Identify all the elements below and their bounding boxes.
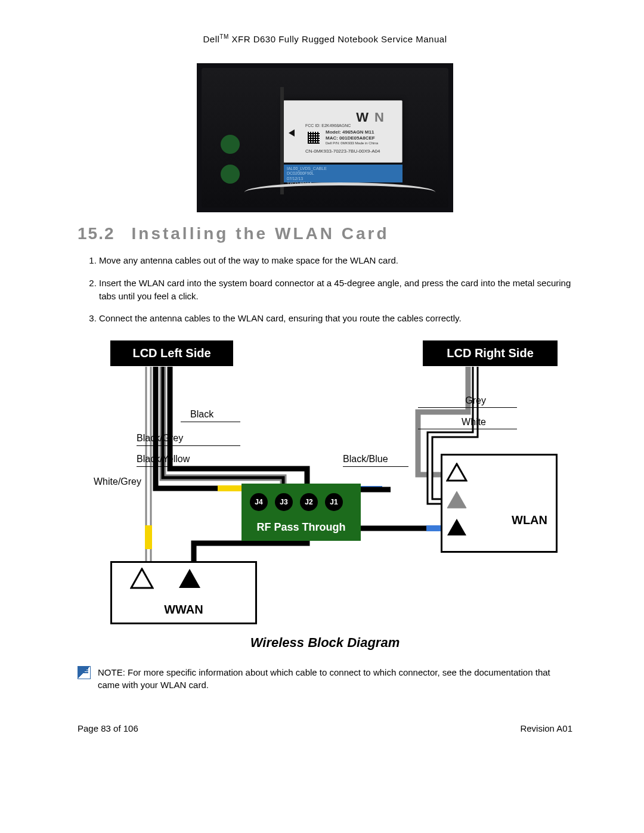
- label-grey: Grey: [450, 395, 486, 406]
- section-heading: 15.2Installing the WLAN Card: [78, 224, 572, 243]
- header-brand: Dell: [203, 34, 220, 44]
- header-rest: XFR D630 Fully Rugged Notebook Service M…: [229, 34, 447, 44]
- label-white: White: [450, 417, 486, 428]
- install-steps: Move any antenna cables out of the way t…: [78, 254, 572, 325]
- note-text: For more specific information about whic…: [98, 667, 550, 690]
- lcd-right-label: LCD Right Side: [423, 340, 558, 366]
- label-white-grey: White/Grey: [82, 476, 141, 487]
- header-tm: TM: [219, 33, 228, 40]
- svg-marker-5: [447, 491, 466, 508]
- footer-revision: Revision A01: [520, 723, 572, 733]
- section-title: Installing the WLAN Card: [132, 224, 389, 243]
- wireless-block-diagram: LCD Left Side LCD Right Side Black Black…: [92, 340, 558, 627]
- wwan-label: WWAN: [112, 603, 255, 617]
- rf-passthrough-label: RF Pass Through: [242, 521, 361, 534]
- footer-page: Page 83 of 106: [78, 723, 138, 733]
- wlan-card-label: W N FCC ID: E2K4968AGNC Model: 4965AGN M…: [283, 100, 402, 163]
- svg-rect-1: [145, 525, 152, 549]
- svg-marker-4: [447, 464, 466, 481]
- step-item: Move any antenna cables out of the way t…: [99, 254, 572, 267]
- page-header: DellTM XFR D630 Fully Rugged Notebook Se…: [78, 33, 572, 44]
- note-prefix: NOTE:: [98, 667, 125, 677]
- svg-marker-6: [447, 519, 466, 535]
- lvds-cable-label: IAL00_LVDS_CABLE DC02000F90L 07/12/13 TY…: [283, 165, 402, 182]
- page-footer: Page 83 of 106 Revision A01: [78, 723, 572, 733]
- label-black-yellow: Black/Yellow: [137, 454, 214, 465]
- jack-j1: J1: [325, 493, 343, 511]
- step-item: Insert the WLAN card into the system boa…: [99, 277, 572, 303]
- wlan-label: WLAN: [512, 513, 547, 527]
- note: NOTE: For more specific information abou…: [78, 666, 572, 691]
- note-icon: [78, 666, 91, 679]
- wwan-box: WWAN: [110, 561, 257, 624]
- wlan-card-photo: W N FCC ID: E2K4968AGNC Model: 4965AGN M…: [197, 63, 453, 212]
- wlan-box: WLAN: [441, 454, 558, 553]
- svg-marker-8: [179, 569, 200, 588]
- jack-j3: J3: [275, 493, 293, 511]
- lcd-left-label: LCD Left Side: [110, 340, 233, 366]
- step-item: Connect the antenna cables to the WLAN c…: [99, 312, 572, 325]
- section-number: 15.2: [78, 224, 115, 243]
- label-black-blue: Black/Blue: [343, 454, 408, 465]
- svg-marker-7: [131, 569, 153, 588]
- label-black-grey: Black/Grey: [137, 433, 202, 444]
- label-black: Black: [190, 409, 226, 420]
- jack-j2: J2: [300, 493, 318, 511]
- jack-j4: J4: [250, 493, 268, 511]
- diagram-caption: Wireless Block Diagram: [78, 635, 572, 651]
- rf-passthrough-box: J4 J3 J2 J1 RF Pass Through: [242, 484, 361, 541]
